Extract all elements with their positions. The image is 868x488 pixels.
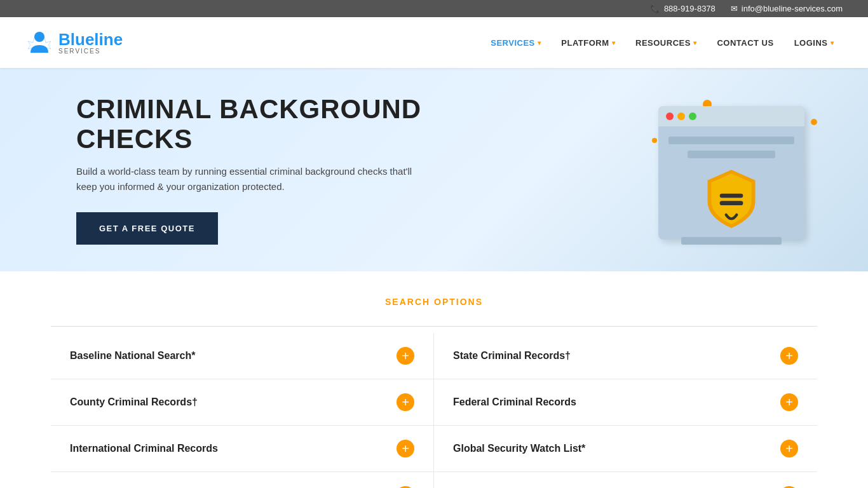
logo-subtitle: SERVICES (58, 48, 123, 55)
accordion-plus-4[interactable]: + (780, 393, 798, 411)
svg-point-0 (34, 32, 44, 42)
accordion-label-2: State Criminal Records† (453, 350, 571, 362)
browser-top-bar (658, 106, 804, 126)
browser-dot-red (666, 112, 674, 120)
section-divider (51, 326, 817, 327)
accordion-plus-5[interactable]: + (397, 440, 414, 458)
accordion-item-4[interactable]: Federal Criminal Records + (434, 379, 817, 426)
accordion-label-3: County Criminal Records† (70, 396, 198, 408)
phone-contact[interactable]: 📞 888-919-8378 (650, 4, 715, 13)
accordion-label-6: Global Security Watch List* (453, 443, 585, 454)
accordion-plus-6[interactable]: + (780, 440, 798, 458)
hero-content: CRIMINAL BACKGROUND CHECKS Build a world… (76, 95, 432, 244)
platform-arrow-icon: ▾ (612, 39, 616, 46)
accordion-item-3[interactable]: County Criminal Records† + (51, 379, 434, 426)
top-bar: 📞 888-919-8378 ✉ info@blueline-services.… (0, 0, 868, 17)
section-title: SEARCH OPTIONS (51, 297, 817, 307)
browser-mockup (658, 106, 804, 240)
resources-arrow-icon: ▾ (693, 39, 697, 46)
email-icon: ✉ (731, 4, 738, 13)
shield-illustration (703, 167, 760, 231)
nav-links: SERVICES ▾ PLATFORM ▾ RESOURCES ▾ CONTAC… (482, 33, 843, 53)
accordion-label-4: Federal Criminal Records (453, 396, 576, 408)
svg-rect-1 (720, 194, 743, 198)
nav-resources[interactable]: RESOURCES ▾ (627, 33, 705, 53)
accordion-grid: Baseline National Search* + State Crimin… (51, 333, 817, 488)
accordion-plus-2[interactable]: + (780, 347, 798, 365)
logins-arrow-icon: ▾ (831, 39, 834, 46)
phone-icon: 📞 (650, 4, 660, 13)
logo[interactable]: Blueline SERVICES (25, 29, 123, 57)
hero-title: CRIMINAL BACKGROUND CHECKS (76, 95, 432, 153)
email-contact[interactable]: ✉ info@blueline-services.com (731, 4, 843, 13)
cta-button[interactable]: GET A FREE QUOTE (76, 212, 218, 245)
hero-description: Build a world-class team by running esse… (76, 164, 432, 194)
accordion-item-2[interactable]: State Criminal Records† + (434, 333, 817, 379)
accordion-item-6[interactable]: Global Security Watch List* + (434, 426, 817, 472)
browser-dot-green (689, 112, 696, 120)
accordion-item-1[interactable]: Baseline National Search* + (51, 333, 434, 379)
search-options-section: SEARCH OPTIONS Baseline National Search*… (0, 271, 868, 488)
services-arrow-icon: ▾ (538, 39, 541, 46)
accordion-plus-1[interactable]: + (397, 347, 414, 365)
accordion-label-5: International Criminal Records (70, 443, 218, 454)
nav-contact-us[interactable]: CONTACT US (708, 33, 782, 53)
accordion-plus-3[interactable]: + (397, 393, 414, 411)
hero-section: CRIMINAL BACKGROUND CHECKS Build a world… (0, 68, 868, 271)
accent-dot-2 (811, 119, 817, 125)
browser-dot-yellow (677, 112, 685, 120)
accordion-item-7[interactable]: Sex Offender* + (51, 472, 434, 488)
navbar: Blueline SERVICES SERVICES ▾ PLATFORM ▾ … (0, 17, 868, 68)
browser-bar-3 (681, 237, 782, 245)
phone-number: 888-919-8378 (664, 4, 715, 13)
shield-icon (703, 167, 760, 231)
browser-bar-2 (688, 151, 776, 158)
logo-text: Blueline SERVICES (58, 31, 123, 55)
accent-dot-4 (652, 138, 657, 143)
accordion-label-1: Baseline National Search* (70, 350, 195, 362)
browser-bar-1 (668, 137, 794, 144)
browser-body (658, 126, 804, 255)
email-address: info@blueline-services.com (742, 4, 843, 13)
accordion-item-8[interactable]: Criminal Constant Monitoring + (434, 472, 817, 488)
logo-icon (25, 29, 53, 57)
svg-rect-2 (720, 201, 743, 205)
nav-services[interactable]: SERVICES ▾ (482, 33, 550, 53)
nav-platform[interactable]: PLATFORM ▾ (552, 33, 624, 53)
accordion-item-5[interactable]: International Criminal Records + (51, 426, 434, 472)
logo-name: Blueline (58, 31, 123, 48)
hero-illustration (652, 93, 817, 246)
nav-logins[interactable]: LOGINS ▾ (785, 33, 843, 53)
